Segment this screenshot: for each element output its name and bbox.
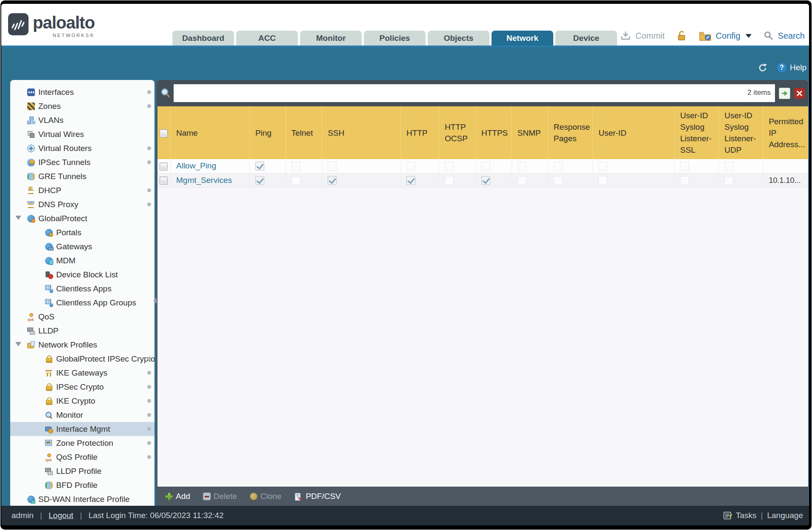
global-search-button[interactable]: Search (778, 31, 805, 41)
column-header-telnet[interactable]: Telnet (286, 106, 322, 159)
profile-link[interactable]: Mgmt_Services (176, 176, 232, 185)
tab-policies[interactable]: Policies (364, 31, 426, 46)
sidebar-item-dns-proxy[interactable]: DNS Proxy (10, 197, 154, 211)
ssh-checkbox[interactable] (328, 176, 337, 185)
sidebar-item-ipsec-crypto[interactable]: IPSec Crypto (10, 380, 154, 394)
sidebar-item-monitor[interactable]: Monitor (10, 408, 154, 422)
row-select-checkbox[interactable] (160, 162, 168, 171)
column-header-user-id[interactable]: User-ID (593, 106, 675, 159)
ping-checkbox[interactable] (255, 162, 264, 171)
sidebar-item-dhcp[interactable]: DHCP (10, 183, 154, 197)
help-icon[interactable]: ? (777, 63, 786, 72)
user-id-syslog-listener-udp-checkbox[interactable] (724, 176, 733, 185)
ping-checkbox[interactable] (255, 176, 264, 185)
sidebar-item-portals[interactable]: Portals (10, 225, 154, 239)
add-button[interactable]: Add (165, 492, 190, 501)
sidebar-item-bfd-profile[interactable]: BFD Profile (10, 478, 154, 492)
sidebar-item-zones[interactable]: Zones (10, 99, 154, 113)
tasks-button[interactable]: Tasks (736, 511, 757, 520)
sidebar-item-ike-gateways[interactable]: IKE Gateways (10, 366, 154, 380)
column-header-response-pages[interactable]: Response Pages (548, 106, 593, 159)
tab-monitor[interactable]: Monitor (300, 31, 362, 46)
sidebar-item-zone-protection[interactable]: Zone Protection (10, 436, 154, 450)
sidebar-item-gre-tunnels[interactable]: GRE Tunnels (10, 169, 154, 183)
column-header-user-id-syslog-listener-ssl[interactable]: User-ID Syslog Listener-SSL (675, 106, 719, 159)
snmp-checkbox[interactable] (518, 176, 526, 185)
profile-link[interactable]: Allow_Ping (176, 161, 216, 170)
clientless-app-groups-icon (45, 299, 53, 307)
sidebar-item-lldp[interactable]: LLDP (10, 324, 154, 338)
filter-input[interactable] (174, 84, 775, 102)
row-select-checkbox[interactable] (160, 177, 168, 185)
apply-filter-button[interactable] (779, 88, 790, 99)
logout-link[interactable]: Logout (49, 511, 73, 520)
sidebar-item-network-profiles[interactable]: Network Profiles (10, 338, 154, 352)
config-button[interactable]: Config (716, 31, 741, 41)
clear-filter-button[interactable] (794, 88, 805, 99)
http-checkbox[interactable] (406, 176, 415, 185)
column-header-ssh[interactable]: SSH (322, 106, 401, 159)
sidebar-item-globalprotect-ipsec-crypto[interactable]: GlobalProtect IPSec Crypto (10, 352, 154, 366)
sidebar-item-interface-mgmt[interactable]: Interface Mgmt (10, 422, 154, 436)
sidebar-item-clientless-app-groups[interactable]: Clientless App Groups (10, 296, 154, 310)
sidebar-item-lldp-profile[interactable]: LLDP Profile (10, 464, 154, 478)
user-id-syslog-listener-ssl-checkbox[interactable] (680, 176, 689, 185)
column-header-permitted-ip-address[interactable]: Permitted IP Address... (763, 106, 808, 159)
help-button[interactable]: Help (790, 63, 806, 72)
tab-objects[interactable]: Objects (428, 31, 489, 46)
user-id-syslog-listener-ssl-checkbox[interactable] (680, 162, 689, 171)
response-pages-checkbox[interactable] (554, 162, 563, 171)
http-checkbox[interactable] (406, 162, 415, 171)
config-caret-icon[interactable] (746, 34, 752, 38)
ssh-checkbox[interactable] (328, 162, 337, 171)
sidebar-item-virtual-routers[interactable]: Virtual Routers (10, 141, 154, 155)
sidebar-collapse-handle[interactable] (153, 293, 157, 308)
commit-button[interactable]: Commit (635, 31, 665, 41)
user-id-syslog-listener-udp-checkbox[interactable] (724, 162, 733, 171)
sidebar-item-label: Virtual Routers (38, 144, 91, 153)
tab-device[interactable]: Device (555, 31, 617, 46)
http-ocsp-checkbox[interactable] (445, 162, 454, 171)
column-header-name[interactable]: Name (171, 106, 250, 159)
bfd-profile-icon (45, 482, 53, 489)
column-header-https[interactable]: HTTPS (476, 106, 512, 159)
sidebar-item-sd-wan-interface-profile[interactable]: SD-WAN Interface Profile (10, 492, 154, 506)
sidebar-item-globalprotect[interactable]: GlobalProtect (10, 211, 154, 225)
select-all-checkbox[interactable] (160, 129, 168, 137)
user-id-checkbox[interactable] (598, 176, 607, 185)
lock-icon[interactable] (677, 30, 687, 41)
language-button[interactable]: Language (767, 511, 803, 520)
sidebar-item-qos[interactable]: QoS (10, 310, 154, 324)
http-ocsp-checkbox[interactable] (445, 176, 454, 185)
pdf-csv-button[interactable]: PDF/CSV (294, 492, 340, 501)
sidebar-item-mdm[interactable]: MDM (10, 254, 154, 268)
column-header-snmp[interactable]: SNMP (512, 106, 548, 159)
sidebar-item-interfaces[interactable]: Interfaces (10, 85, 154, 99)
tab-acc[interactable]: ACC (236, 31, 298, 46)
sidebar-item-qos-profile[interactable]: QoS Profile (10, 450, 154, 464)
refresh-icon[interactable] (758, 63, 768, 73)
expander-icon[interactable] (15, 216, 21, 220)
telnet-checkbox[interactable] (292, 162, 300, 171)
snmp-checkbox[interactable] (518, 162, 526, 171)
sidebar-item-ipsec-tunnels[interactable]: IPSec Tunnels (10, 155, 154, 169)
sidebar-item-ike-crypto[interactable]: IKE Crypto (10, 394, 154, 408)
telnet-checkbox[interactable] (292, 176, 300, 185)
sidebar-item-device-block-list[interactable]: Device Block List (10, 268, 154, 282)
https-checkbox[interactable] (481, 162, 490, 171)
sidebar-item-clientless-apps[interactable]: Clientless Apps (10, 282, 154, 296)
column-header-ping[interactable]: Ping (249, 106, 286, 159)
sidebar-item-vlans[interactable]: VLANs (10, 113, 154, 127)
expander-icon[interactable] (15, 342, 21, 346)
tab-network[interactable]: Network (492, 31, 553, 46)
column-header-user-id-syslog-listener-udp[interactable]: User-ID Syslog Listener-UDP (719, 106, 763, 159)
response-pages-checkbox[interactable] (554, 176, 563, 185)
https-checkbox[interactable] (481, 176, 490, 185)
tab-dashboard[interactable]: Dashboard (172, 31, 234, 46)
column-header-http[interactable]: HTTP (400, 106, 439, 159)
sidebar-item-virtual-wires[interactable]: Virtual Wires (10, 127, 154, 141)
sidebar-item-gateways[interactable]: Gateways (10, 239, 154, 254)
sidebar-item-label: IKE Crypto (56, 396, 95, 406)
user-id-checkbox[interactable] (598, 162, 607, 171)
column-header-http-ocsp[interactable]: HTTP OCSP (439, 106, 476, 159)
